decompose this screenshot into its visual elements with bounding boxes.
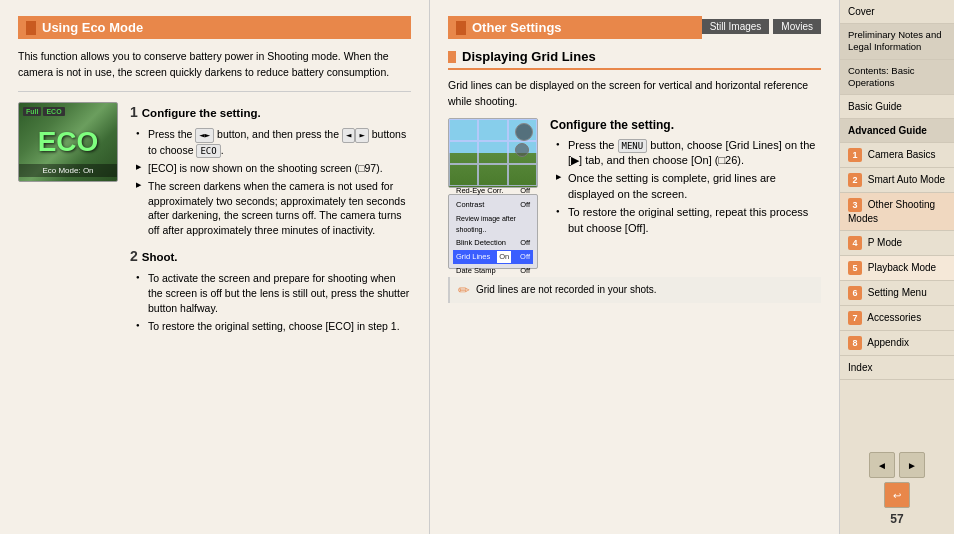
nav-prev-icon: ◄ [877,460,887,471]
grid-cell [478,119,507,142]
configure-bullet-3: To restore the original setting, repeat … [556,205,821,236]
sidebar-item-camera-basics[interactable]: 1 Camera Basics [840,143,954,168]
menu-row-5: Date StampOff [453,264,533,278]
sidebar-item-prelim[interactable]: Preliminary Notes and Legal Information [840,24,954,60]
sidebar-appendix-label: Appendix [867,337,909,348]
nav-home-icon: ↩ [893,490,901,501]
other-settings-icon [456,21,466,35]
sidebar-camera-basics-label: Camera Basics [868,149,936,160]
nav-arrows: ◄ ► [869,452,925,478]
key-eco: ECO [196,144,220,159]
step2-bullet-2: To restore the original setting, choose … [136,319,411,334]
other-settings-text: Other Settings [472,20,562,35]
badge-full: Full [23,107,41,116]
grid-cell [449,141,478,164]
page-number: 57 [890,512,903,526]
tab-movies[interactable]: Movies [773,19,821,34]
sidebar-num-8: 8 [848,336,862,350]
eco-intro: This function allows you to conserve bat… [18,49,411,92]
tab-still[interactable]: Still Images [702,19,770,34]
grid-cell [449,164,478,187]
sidebar-item-other-shooting[interactable]: 3 Other Shooting Modes [840,193,954,231]
sidebar-p-mode-label: P Mode [868,237,902,248]
menu-row-3: Review image after shooting.. [453,212,533,236]
sidebar-prelim-label: Preliminary Notes and Legal Information [848,29,941,52]
viewfinder-image [448,118,538,188]
step2-number: 2 [130,246,138,266]
control-dial [515,123,533,141]
note-text: Grid lines are not recorded in your shot… [476,284,657,295]
eco-image: Full ECO ECO Eco Mode: On [18,102,118,182]
sidebar-item-index[interactable]: Index [840,356,954,380]
sidebar-num-4: 4 [848,236,862,250]
configure-bullet-1: Press the MENU button, choose [Grid Line… [556,138,821,169]
nav-prev-button[interactable]: ◄ [869,452,895,478]
grid-lines-icon [448,51,456,63]
sidebar-contents-label: Contents: Basic Operations [848,65,915,88]
configure-title: Configure the setting. [550,118,821,132]
step1-bullets: Press the ◄► button, and then press the … [130,127,411,238]
grid-lines-title: Displaying Grid Lines [448,49,821,70]
sidebar-item-appendix[interactable]: 8 Appendix [840,331,954,356]
eco-steps: 1 Configure the setting. Press the ◄► bu… [130,102,411,337]
menu-screenshot: Red-Eye Corr.Off ContrastOff Review imag… [449,180,537,282]
nav-next-icon: ► [907,460,917,471]
menu-row-4: Blink DetectionOff [453,236,533,250]
configure-bullet-2: ▶Once the setting is complete, grid line… [556,171,821,202]
nav-home-button[interactable]: ↩ [884,482,910,508]
section-title-icon [26,21,36,35]
sidebar-num-1: 1 [848,148,862,162]
grid-lines-text: Displaying Grid Lines [462,49,596,64]
grid-cell [449,119,478,142]
step2-bullet-1: To activate the screen and prepare for s… [136,271,411,315]
sidebar-item-contents[interactable]: Contents: Basic Operations [840,60,954,96]
grid-lines-intro: Grid lines can be displayed on the scree… [448,78,821,110]
sidebar-item-smart-auto[interactable]: 2 Smart Auto Mode [840,168,954,193]
sidebar-item-basic-guide[interactable]: Basic Guide [840,95,954,119]
step1-bullet-1: Press the ◄► button, and then press the … [136,127,411,158]
nav-next-button[interactable]: ► [899,452,925,478]
sidebar-item-p-mode[interactable]: 4 P Mode [840,231,954,256]
sidebar-num-7: 7 [848,311,862,325]
step1-bullet-3: ▶The screen darkens when the camera is n… [136,179,411,238]
grid-cell [478,141,507,164]
configure-right: Configure the setting. Press the MENU bu… [550,118,821,269]
sidebar-setting-menu-label: Setting Menu [868,287,927,298]
sidebar-item-advanced-guide[interactable]: Advanced Guide [840,119,954,143]
sidebar: Cover Preliminary Notes and Legal Inform… [839,0,954,534]
sidebar-basic-guide-label: Basic Guide [848,101,902,112]
eco-badges: Full ECO [23,107,65,116]
sidebar-num-3: 3 [848,198,862,212]
camera-controls [515,123,533,157]
menu-screenshot-img: Red-Eye Corr.Off ContrastOff Review imag… [448,194,538,269]
sidebar-item-cover[interactable]: Cover [840,0,954,24]
eco-mode-label: Eco Mode: On [19,164,117,177]
sidebar-accessories-label: Accessories [867,312,921,323]
left-column: Using Eco Mode This function allows you … [0,0,430,534]
sidebar-item-setting-menu[interactable]: 6 Setting Menu [840,281,954,306]
nav-bottom: ◄ ► ↩ 57 [840,444,954,534]
configure-bullets: Press the MENU button, choose [Grid Line… [550,138,821,237]
menu-row-gridlines: Grid LinesOnOff [453,250,533,264]
grid-cell [478,164,507,187]
grid-images: Red-Eye Corr.Off ContrastOff Review imag… [448,118,538,269]
note-icon: ✏ [458,282,470,298]
key-arrow: ◄► [195,128,214,143]
sidebar-advanced-guide-label: Advanced Guide [848,125,927,136]
key-menu: MENU [618,139,648,154]
other-settings-title: Other Settings [448,16,702,39]
sidebar-num-6: 6 [848,286,862,300]
sidebar-playback-label: Playback Mode [868,262,936,273]
step1: 1 Configure the setting. Press the ◄► bu… [130,102,411,238]
sidebar-item-playback[interactable]: 5 Playback Mode [840,256,954,281]
key-arrows3: ► [355,128,368,143]
sidebar-item-accessories[interactable]: 7 Accessories [840,306,954,331]
step2-title: Shoot. [142,249,178,266]
step1-number: 1 [130,102,138,122]
key-arrows2: ◄ [342,128,355,143]
sidebar-smart-auto-label: Smart Auto Mode [868,174,945,185]
step1-bullet-2: ▶[ECO] is now shown on the shooting scre… [136,161,411,176]
eco-section-title: Using Eco Mode [18,16,411,39]
control-btn [515,143,529,157]
eco-big-text: ECO [38,126,99,158]
